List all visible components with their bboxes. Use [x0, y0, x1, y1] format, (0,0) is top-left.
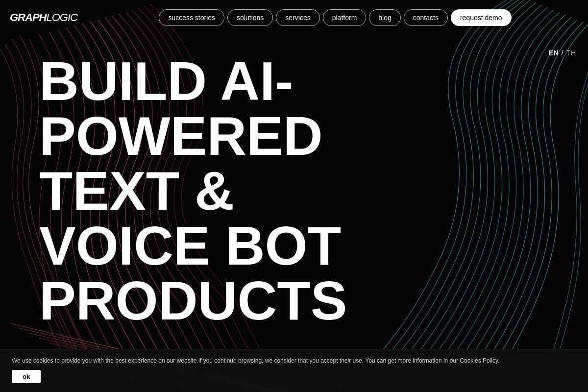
hero-title: BUILD AI-POWERED TEXT & VOICE BOT PRODUC… — [39, 54, 407, 328]
cookie-text: We use cookies to provide you with the b… — [12, 356, 576, 365]
nav-services[interactable]: services — [276, 9, 319, 26]
nav-links: success stories solutions services platf… — [92, 9, 578, 26]
nav-solutions[interactable]: solutions — [227, 9, 273, 26]
hero-section: BUILD AI-POWERED TEXT & VOICE BOT PRODUC… — [0, 0, 588, 392]
nav-success-stories[interactable]: success stories — [159, 9, 224, 26]
nav-contacts[interactable]: contacts — [404, 9, 448, 26]
cookie-ok-button[interactable]: ok — [12, 370, 41, 383]
lang-en[interactable]: EN — [548, 49, 559, 57]
main-nav: GRAPHLOGIC success stories solutions ser… — [0, 0, 588, 35]
cookie-banner: We use cookies to provide you with the b… — [0, 349, 588, 392]
logo-text: GRAPHLOGIC — [10, 11, 77, 24]
language-switcher: EN / TH — [548, 49, 576, 57]
nav-platform[interactable]: platform — [323, 9, 367, 26]
nav-blog[interactable]: blog — [369, 9, 400, 26]
nav-request-demo[interactable]: request demo — [451, 9, 512, 26]
lang-th[interactable]: TH — [566, 49, 576, 57]
logo[interactable]: GRAPHLOGIC — [10, 11, 77, 24]
lang-separator: / — [562, 49, 566, 57]
